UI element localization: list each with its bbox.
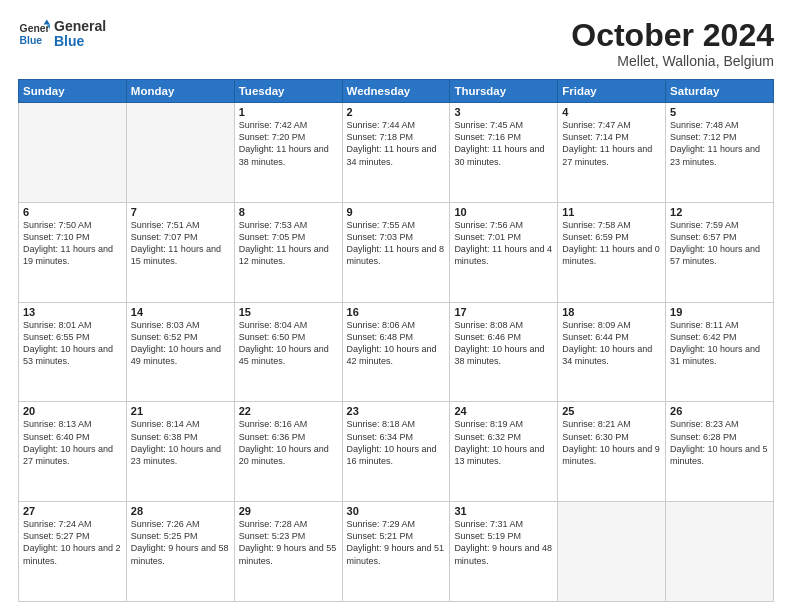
day-number: 26 [670, 405, 769, 417]
day-number: 24 [454, 405, 553, 417]
calendar-cell: 18Sunrise: 8:09 AMSunset: 6:44 PMDayligh… [558, 302, 666, 402]
calendar-cell: 2Sunrise: 7:44 AMSunset: 7:18 PMDaylight… [342, 103, 450, 203]
calendar-cell: 10Sunrise: 7:56 AMSunset: 7:01 PMDayligh… [450, 202, 558, 302]
calendar-cell: 12Sunrise: 7:59 AMSunset: 6:57 PMDayligh… [666, 202, 774, 302]
day-info: Sunrise: 7:45 AMSunset: 7:16 PMDaylight:… [454, 119, 553, 168]
day-number: 29 [239, 505, 338, 517]
day-info: Sunrise: 7:56 AMSunset: 7:01 PMDaylight:… [454, 219, 553, 268]
calendar-cell: 22Sunrise: 8:16 AMSunset: 6:36 PMDayligh… [234, 402, 342, 502]
col-header-monday: Monday [126, 80, 234, 103]
col-header-saturday: Saturday [666, 80, 774, 103]
calendar-cell: 17Sunrise: 8:08 AMSunset: 6:46 PMDayligh… [450, 302, 558, 402]
calendar-cell: 27Sunrise: 7:24 AMSunset: 5:27 PMDayligh… [19, 502, 127, 602]
day-info: Sunrise: 8:08 AMSunset: 6:46 PMDaylight:… [454, 319, 553, 368]
day-number: 14 [131, 306, 230, 318]
day-info: Sunrise: 7:50 AMSunset: 7:10 PMDaylight:… [23, 219, 122, 268]
day-number: 28 [131, 505, 230, 517]
day-info: Sunrise: 8:13 AMSunset: 6:40 PMDaylight:… [23, 418, 122, 467]
calendar-cell: 29Sunrise: 7:28 AMSunset: 5:23 PMDayligh… [234, 502, 342, 602]
day-number: 2 [347, 106, 446, 118]
svg-marker-2 [44, 20, 50, 25]
calendar-cell [666, 502, 774, 602]
day-number: 20 [23, 405, 122, 417]
calendar-cell [126, 103, 234, 203]
day-number: 7 [131, 206, 230, 218]
calendar-cell: 30Sunrise: 7:29 AMSunset: 5:21 PMDayligh… [342, 502, 450, 602]
day-number: 4 [562, 106, 661, 118]
day-info: Sunrise: 8:18 AMSunset: 6:34 PMDaylight:… [347, 418, 446, 467]
calendar-cell: 4Sunrise: 7:47 AMSunset: 7:14 PMDaylight… [558, 103, 666, 203]
day-info: Sunrise: 8:21 AMSunset: 6:30 PMDaylight:… [562, 418, 661, 467]
col-header-thursday: Thursday [450, 80, 558, 103]
day-info: Sunrise: 8:03 AMSunset: 6:52 PMDaylight:… [131, 319, 230, 368]
day-info: Sunrise: 7:47 AMSunset: 7:14 PMDaylight:… [562, 119, 661, 168]
day-number: 22 [239, 405, 338, 417]
day-info: Sunrise: 7:48 AMSunset: 7:12 PMDaylight:… [670, 119, 769, 168]
calendar-cell [558, 502, 666, 602]
day-info: Sunrise: 8:11 AMSunset: 6:42 PMDaylight:… [670, 319, 769, 368]
calendar-cell: 21Sunrise: 8:14 AMSunset: 6:38 PMDayligh… [126, 402, 234, 502]
col-header-tuesday: Tuesday [234, 80, 342, 103]
calendar-cell: 11Sunrise: 7:58 AMSunset: 6:59 PMDayligh… [558, 202, 666, 302]
calendar-cell: 19Sunrise: 8:11 AMSunset: 6:42 PMDayligh… [666, 302, 774, 402]
header: General Blue General Blue October 2024 M… [18, 18, 774, 69]
calendar-cell: 28Sunrise: 7:26 AMSunset: 5:25 PMDayligh… [126, 502, 234, 602]
day-info: Sunrise: 8:19 AMSunset: 6:32 PMDaylight:… [454, 418, 553, 467]
week-row-5: 27Sunrise: 7:24 AMSunset: 5:27 PMDayligh… [19, 502, 774, 602]
day-number: 3 [454, 106, 553, 118]
day-number: 6 [23, 206, 122, 218]
calendar-cell: 23Sunrise: 8:18 AMSunset: 6:34 PMDayligh… [342, 402, 450, 502]
day-number: 18 [562, 306, 661, 318]
logo: General Blue General Blue [18, 18, 106, 50]
page-title: October 2024 [571, 18, 774, 53]
calendar-cell: 20Sunrise: 8:13 AMSunset: 6:40 PMDayligh… [19, 402, 127, 502]
day-info: Sunrise: 7:53 AMSunset: 7:05 PMDaylight:… [239, 219, 338, 268]
day-info: Sunrise: 7:31 AMSunset: 5:19 PMDaylight:… [454, 518, 553, 567]
calendar-cell: 7Sunrise: 7:51 AMSunset: 7:07 PMDaylight… [126, 202, 234, 302]
week-row-3: 13Sunrise: 8:01 AMSunset: 6:55 PMDayligh… [19, 302, 774, 402]
day-number: 25 [562, 405, 661, 417]
day-number: 31 [454, 505, 553, 517]
page: General Blue General Blue October 2024 M… [0, 0, 792, 612]
calendar-cell: 3Sunrise: 7:45 AMSunset: 7:16 PMDaylight… [450, 103, 558, 203]
col-header-wednesday: Wednesday [342, 80, 450, 103]
day-number: 17 [454, 306, 553, 318]
day-info: Sunrise: 8:01 AMSunset: 6:55 PMDaylight:… [23, 319, 122, 368]
day-number: 1 [239, 106, 338, 118]
week-row-4: 20Sunrise: 8:13 AMSunset: 6:40 PMDayligh… [19, 402, 774, 502]
calendar-cell: 26Sunrise: 8:23 AMSunset: 6:28 PMDayligh… [666, 402, 774, 502]
day-number: 12 [670, 206, 769, 218]
week-row-2: 6Sunrise: 7:50 AMSunset: 7:10 PMDaylight… [19, 202, 774, 302]
day-number: 11 [562, 206, 661, 218]
day-number: 30 [347, 505, 446, 517]
day-info: Sunrise: 7:51 AMSunset: 7:07 PMDaylight:… [131, 219, 230, 268]
day-info: Sunrise: 7:42 AMSunset: 7:20 PMDaylight:… [239, 119, 338, 168]
calendar-cell: 9Sunrise: 7:55 AMSunset: 7:03 PMDaylight… [342, 202, 450, 302]
day-info: Sunrise: 8:14 AMSunset: 6:38 PMDaylight:… [131, 418, 230, 467]
day-number: 13 [23, 306, 122, 318]
day-info: Sunrise: 8:09 AMSunset: 6:44 PMDaylight:… [562, 319, 661, 368]
calendar-header-row: SundayMondayTuesdayWednesdayThursdayFrid… [19, 80, 774, 103]
col-header-friday: Friday [558, 80, 666, 103]
day-info: Sunrise: 8:23 AMSunset: 6:28 PMDaylight:… [670, 418, 769, 467]
day-info: Sunrise: 7:59 AMSunset: 6:57 PMDaylight:… [670, 219, 769, 268]
day-info: Sunrise: 7:44 AMSunset: 7:18 PMDaylight:… [347, 119, 446, 168]
day-number: 5 [670, 106, 769, 118]
calendar-cell: 8Sunrise: 7:53 AMSunset: 7:05 PMDaylight… [234, 202, 342, 302]
day-number: 8 [239, 206, 338, 218]
day-info: Sunrise: 7:24 AMSunset: 5:27 PMDaylight:… [23, 518, 122, 567]
day-info: Sunrise: 7:58 AMSunset: 6:59 PMDaylight:… [562, 219, 661, 268]
day-number: 27 [23, 505, 122, 517]
calendar-cell: 6Sunrise: 7:50 AMSunset: 7:10 PMDaylight… [19, 202, 127, 302]
calendar-cell: 24Sunrise: 8:19 AMSunset: 6:32 PMDayligh… [450, 402, 558, 502]
day-info: Sunrise: 8:16 AMSunset: 6:36 PMDaylight:… [239, 418, 338, 467]
day-number: 19 [670, 306, 769, 318]
day-info: Sunrise: 8:04 AMSunset: 6:50 PMDaylight:… [239, 319, 338, 368]
day-number: 10 [454, 206, 553, 218]
calendar-cell: 14Sunrise: 8:03 AMSunset: 6:52 PMDayligh… [126, 302, 234, 402]
calendar-cell: 5Sunrise: 7:48 AMSunset: 7:12 PMDaylight… [666, 103, 774, 203]
calendar-cell: 13Sunrise: 8:01 AMSunset: 6:55 PMDayligh… [19, 302, 127, 402]
calendar-cell: 1Sunrise: 7:42 AMSunset: 7:20 PMDaylight… [234, 103, 342, 203]
day-number: 9 [347, 206, 446, 218]
calendar-cell: 15Sunrise: 8:04 AMSunset: 6:50 PMDayligh… [234, 302, 342, 402]
